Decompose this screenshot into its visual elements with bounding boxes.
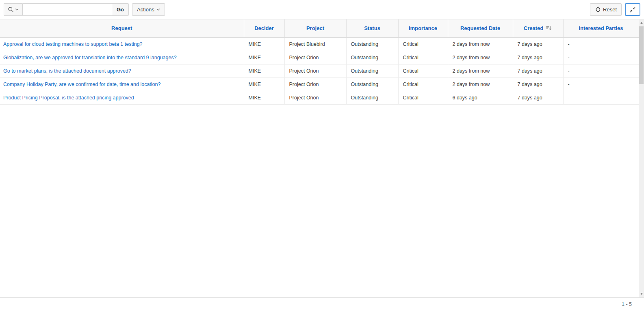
table-row: Approval for cloud testing machines to s… xyxy=(0,37,639,51)
cell-status: Outstanding xyxy=(346,77,398,91)
cell-project: Project Orion xyxy=(284,51,346,64)
cell-status: Outstanding xyxy=(346,37,398,51)
report-toolbar: Go Actions Reset xyxy=(0,0,644,19)
request-link[interactable]: Approval for cloud testing machines to s… xyxy=(3,41,143,47)
column-label: Decider xyxy=(254,25,274,31)
cell-requested_date: 2 days from now xyxy=(448,64,513,77)
collapse-arrows-icon xyxy=(629,6,636,13)
column-header-decider[interactable]: Decider xyxy=(244,19,284,37)
cell-interested_parties: - xyxy=(563,51,639,64)
request-link[interactable]: Go to market plans, is the attached docu… xyxy=(3,68,131,74)
cell-created: 7 days ago xyxy=(513,91,563,104)
cell-request: Company Holiday Party, are we confirmed … xyxy=(0,77,244,91)
cell-project: Project Orion xyxy=(284,77,346,91)
cell-requested_date: 2 days from now xyxy=(448,37,513,51)
cell-interested_parties: - xyxy=(563,64,639,77)
scrollbar-thumb[interactable] xyxy=(639,26,644,84)
cell-request: Product Pricing Proposal, is the attache… xyxy=(0,91,244,104)
table-row: Globalization, are we approved for trans… xyxy=(0,51,639,64)
reset-icon xyxy=(595,6,601,13)
column-header-project[interactable]: Project xyxy=(284,19,346,37)
table-body: Approval for cloud testing machines to s… xyxy=(0,37,639,104)
column-label: Status xyxy=(364,25,380,31)
cell-request: Go to market plans, is the attached docu… xyxy=(0,64,244,77)
cell-importance: Critical xyxy=(398,37,448,51)
column-label: Interested Parties xyxy=(579,25,623,31)
cell-decider: MIKE xyxy=(244,37,284,51)
column-label: Created xyxy=(524,25,543,31)
column-label: Request xyxy=(111,25,132,31)
report-table-wrapper: RequestDeciderProjectStatusImportanceReq… xyxy=(0,19,639,105)
column-label: Importance xyxy=(409,25,437,31)
pagination-label: 1 - 5 xyxy=(622,301,632,307)
cell-request: Approval for cloud testing machines to s… xyxy=(0,37,244,51)
table-row: Go to market plans, is the attached docu… xyxy=(0,64,639,77)
column-header-request[interactable]: Request xyxy=(0,19,244,37)
column-header-importance[interactable]: Importance xyxy=(398,19,448,37)
cell-importance: Critical xyxy=(398,64,448,77)
cell-decider: MIKE xyxy=(244,64,284,77)
chevron-down-icon xyxy=(15,8,19,11)
cell-decider: MIKE xyxy=(244,91,284,104)
reset-button[interactable]: Reset xyxy=(590,3,622,16)
cell-project: Project Orion xyxy=(284,64,346,77)
scroll-up-button[interactable] xyxy=(639,20,644,26)
table-row: Company Holiday Party, are we confirmed … xyxy=(0,77,639,91)
cell-decider: MIKE xyxy=(244,51,284,64)
cell-status: Outstanding xyxy=(346,51,398,64)
request-link[interactable]: Company Holiday Party, are we confirmed … xyxy=(3,82,160,87)
table-header-row: RequestDeciderProjectStatusImportanceReq… xyxy=(0,19,639,37)
report-table: RequestDeciderProjectStatusImportanceReq… xyxy=(0,19,639,105)
reset-label: Reset xyxy=(603,6,617,13)
arrow-down-icon xyxy=(640,293,643,295)
cell-project: Project Orion xyxy=(284,91,346,104)
cell-requested_date: 2 days from now xyxy=(448,51,513,64)
cell-importance: Critical xyxy=(398,51,448,64)
cell-interested_parties: - xyxy=(563,77,639,91)
column-label: Project xyxy=(306,25,324,31)
vertical-scrollbar[interactable] xyxy=(639,19,644,297)
request-link[interactable]: Product Pricing Proposal, is the attache… xyxy=(3,95,134,101)
column-header-requested_date[interactable]: Requested Date xyxy=(448,19,513,37)
cell-interested_parties: - xyxy=(563,91,639,104)
collapse-region-button[interactable] xyxy=(625,3,640,16)
cell-created: 7 days ago xyxy=(513,77,563,91)
request-link[interactable]: Globalization, are we approved for trans… xyxy=(3,55,177,60)
sort-descending-icon xyxy=(546,25,552,31)
scroll-down-button[interactable] xyxy=(639,291,644,297)
cell-importance: Critical xyxy=(398,77,448,91)
cell-interested_parties: - xyxy=(563,37,639,51)
arrow-up-icon xyxy=(640,22,643,24)
search-options-button[interactable] xyxy=(4,3,23,16)
cell-requested_date: 6 days ago xyxy=(448,91,513,104)
column-header-status[interactable]: Status xyxy=(346,19,398,37)
cell-decider: MIKE xyxy=(244,77,284,91)
cell-created: 7 days ago xyxy=(513,51,563,64)
table-row: Product Pricing Proposal, is the attache… xyxy=(0,91,639,104)
actions-label: Actions xyxy=(137,6,154,13)
interactive-report-region: Go Actions Reset xyxy=(0,0,644,314)
search-icon xyxy=(8,6,14,13)
column-label: Requested Date xyxy=(460,25,500,31)
cell-requested_date: 2 days from now xyxy=(448,77,513,91)
cell-created: 7 days ago xyxy=(513,64,563,77)
cell-status: Outstanding xyxy=(346,64,398,77)
column-header-interested_parties[interactable]: Interested Parties xyxy=(563,19,639,37)
cell-project: Project Bluebird xyxy=(284,37,346,51)
cell-importance: Critical xyxy=(398,91,448,104)
report-footer: 1 - 5 xyxy=(0,297,644,314)
cell-created: 7 days ago xyxy=(513,37,563,51)
cell-request: Globalization, are we approved for trans… xyxy=(0,51,244,64)
go-button[interactable]: Go xyxy=(112,3,129,16)
actions-button[interactable]: Actions xyxy=(132,3,165,16)
cell-status: Outstanding xyxy=(346,91,398,104)
search-input[interactable] xyxy=(23,3,112,16)
chevron-down-icon xyxy=(156,8,160,11)
column-header-created[interactable]: Created xyxy=(513,19,563,37)
